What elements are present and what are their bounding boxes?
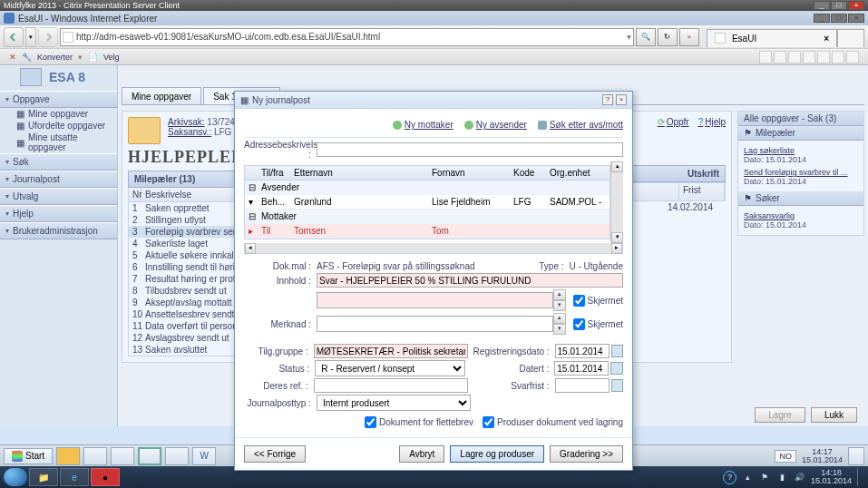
dialog-help-button[interactable]: ? bbox=[602, 94, 613, 105]
col-orgenhet[interactable]: Org.enhet bbox=[546, 166, 610, 180]
ie-min-button[interactable]: _ bbox=[814, 14, 830, 23]
datert-input[interactable] bbox=[554, 361, 609, 376]
tb-task-desktop[interactable] bbox=[165, 447, 189, 465]
velg-link[interactable]: Velg bbox=[103, 53, 120, 62]
svarfrist-input[interactable] bbox=[555, 378, 610, 393]
forrige-button[interactable]: << Forrige bbox=[244, 445, 306, 463]
nav-ufordelte[interactable]: ▦Ufordelte oppgaver bbox=[0, 120, 117, 132]
tb-task-1[interactable] bbox=[56, 447, 80, 465]
help-icon[interactable]: ? bbox=[723, 471, 736, 484]
textarea-down-icon[interactable]: ▾ bbox=[553, 324, 566, 335]
citrix-max-button[interactable]: □ bbox=[831, 1, 847, 10]
windows-start-orb[interactable] bbox=[4, 468, 27, 486]
innhold-textarea[interactable] bbox=[317, 292, 553, 308]
skjermet2-checkbox[interactable] bbox=[573, 318, 585, 330]
tb-task-word[interactable]: W bbox=[192, 447, 216, 465]
toolbar-close-icon[interactable]: ✕ bbox=[9, 53, 16, 62]
lag-sokerliste-link[interactable]: Lag søkerliste bbox=[744, 146, 795, 155]
ie-max-button[interactable]: □ bbox=[831, 14, 847, 23]
tab-close-icon[interactable]: × bbox=[824, 34, 829, 44]
calendar-icon[interactable] bbox=[611, 379, 623, 392]
lukk-button[interactable]: Lukk bbox=[811, 407, 857, 423]
col-tilfra[interactable]: Til/fra bbox=[258, 166, 290, 180]
ny-avsender-link[interactable]: Ny avsender bbox=[464, 120, 527, 130]
textarea-up-icon[interactable]: ▴ bbox=[553, 289, 566, 300]
col-etternavn[interactable]: Etternavn bbox=[290, 166, 428, 180]
ie-tools-icon[interactable] bbox=[832, 51, 844, 63]
calendar-icon[interactable] bbox=[611, 345, 623, 357]
tb-task-ie[interactable] bbox=[138, 447, 161, 465]
scroll-left-icon[interactable]: ◂ bbox=[245, 243, 256, 254]
collapse-icon[interactable]: ⊟ bbox=[245, 210, 258, 223]
avsender-row[interactable]: ▾ Beh... Grønlund Lise Fjeldheim LFG SAD… bbox=[245, 195, 610, 210]
textarea-down-icon[interactable]: ▾ bbox=[553, 300, 566, 311]
textarea-up-icon[interactable]: ▴ bbox=[553, 313, 566, 324]
nav-oppgave[interactable]: ▾Oppgave bbox=[0, 91, 117, 108]
tilggruppe-input[interactable] bbox=[314, 344, 468, 358]
lagre-produser-button[interactable]: Lagre og produser bbox=[450, 445, 544, 463]
ie-back-button[interactable] bbox=[4, 27, 24, 47]
ie-safety-icon[interactable] bbox=[817, 51, 830, 63]
tab-mine-oppgaver[interactable]: Mine oppgaver bbox=[122, 87, 201, 104]
expand-icon[interactable]: ▾ bbox=[245, 195, 258, 209]
nav-hjelp[interactable]: ▾Hjelp bbox=[0, 205, 117, 222]
addr-dropdown-icon[interactable]: ▾ bbox=[627, 32, 631, 42]
dialog-close-button[interactable]: × bbox=[616, 94, 627, 105]
produser-checkbox[interactable] bbox=[483, 416, 494, 428]
hjelp-link[interactable]: ?Hjelp bbox=[698, 117, 726, 127]
ie-feeds-icon[interactable] bbox=[774, 51, 786, 63]
calendar-icon[interactable] bbox=[610, 362, 623, 375]
nav-sok[interactable]: ▾Søk bbox=[0, 153, 117, 171]
innhold-input[interactable] bbox=[317, 273, 623, 288]
ie-tab-esaui[interactable]: EsaUI × bbox=[707, 29, 837, 47]
host-task-explorer[interactable]: 📁 bbox=[29, 468, 58, 486]
saksansvarlig-link[interactable]: Saksansvarlig bbox=[744, 211, 795, 220]
session-lang[interactable]: NO bbox=[775, 450, 796, 463]
ie-back-dropdown[interactable]: ▾ bbox=[25, 27, 36, 47]
ie-new-tab-button[interactable] bbox=[837, 29, 864, 47]
session-clock[interactable]: 14:1715.01.2014 bbox=[802, 448, 843, 464]
flettebrev-checkbox[interactable] bbox=[365, 416, 376, 428]
regdato-input[interactable] bbox=[555, 344, 610, 358]
host-task-app[interactable]: ● bbox=[91, 468, 120, 486]
mottaker-row[interactable]: ▸ Til Tomsen Tom bbox=[245, 224, 610, 239]
ie-address-bar[interactable]: http://adm-esaweb-v01:9081/esaKursMO-ui/… bbox=[60, 28, 634, 46]
deresref-input[interactable] bbox=[314, 378, 468, 393]
session-start-button[interactable]: Start bbox=[4, 448, 53, 464]
col-kode[interactable]: Kode bbox=[510, 166, 546, 180]
tb-task-explorer[interactable] bbox=[83, 447, 107, 465]
ie-print-icon[interactable] bbox=[788, 51, 801, 63]
addr-scrollbar[interactable]: ▴ ▾ bbox=[610, 161, 623, 243]
ie-page-icon[interactable] bbox=[803, 51, 815, 63]
volume-icon[interactable]: 🔊 bbox=[794, 472, 805, 483]
alle-oppgaver-header[interactable]: Alle oppgaver - Sak (3) bbox=[738, 112, 863, 126]
scroll-right-icon[interactable]: ▸ bbox=[611, 243, 622, 254]
ie-refresh-button[interactable]: ↻ bbox=[658, 28, 678, 46]
host-task-ie[interactable]: e bbox=[60, 468, 89, 486]
network-icon[interactable]: ▮ bbox=[776, 472, 788, 483]
milepaeler-sub[interactable]: ⚑Milepæler bbox=[738, 126, 863, 141]
tray-flag-icon[interactable]: ▴ bbox=[742, 472, 754, 483]
soker-sub[interactable]: ⚑Søker bbox=[738, 191, 863, 206]
ie-close-button[interactable]: × bbox=[848, 14, 864, 23]
status-select[interactable]: R - Reservert / konsept bbox=[315, 360, 465, 376]
avbryt-button[interactable]: Avbryt bbox=[399, 445, 444, 463]
nav-mine-oppgaver[interactable]: ▦Mine oppgaver bbox=[0, 108, 117, 120]
avsender-section[interactable]: ⊟Avsender bbox=[245, 181, 610, 195]
ie-help-icon[interactable] bbox=[846, 51, 859, 63]
ny-mottaker-link[interactable]: Ny mottaker bbox=[393, 120, 454, 130]
citrix-min-button[interactable]: _ bbox=[814, 1, 830, 10]
nav-journalpost[interactable]: ▾Journalpost bbox=[0, 171, 117, 188]
send-svarbrev-link[interactable]: Send foreløpig svarbrev til ... bbox=[744, 168, 848, 177]
adresse-input[interactable] bbox=[317, 142, 623, 157]
expand-icon[interactable]: ▸ bbox=[245, 224, 258, 238]
oppfr-link[interactable]: ⟳Oppfr bbox=[658, 117, 689, 127]
ie-search-go-button[interactable]: 🔍 bbox=[636, 28, 656, 46]
collapse-icon[interactable]: ⊟ bbox=[245, 181, 258, 194]
ie-stop-button[interactable]: × bbox=[679, 28, 699, 46]
nav-utvalg[interactable]: ▾Utvalg bbox=[0, 188, 117, 205]
merknad-textarea[interactable] bbox=[317, 316, 553, 332]
jposttyp-select[interactable]: Internt produsert bbox=[317, 395, 471, 411]
col-nr[interactable]: Nr bbox=[129, 188, 141, 201]
tray-icon[interactable] bbox=[848, 447, 864, 465]
